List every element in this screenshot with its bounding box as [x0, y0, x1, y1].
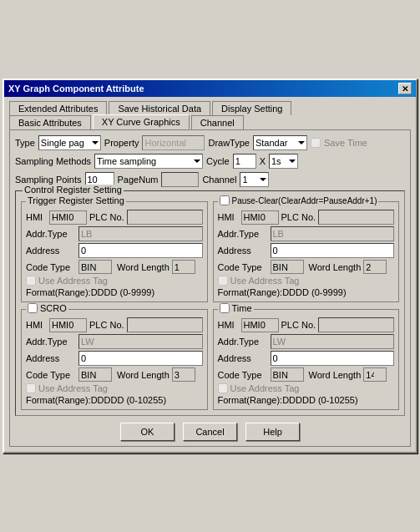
time-wordlength-select[interactable]: 14: [363, 367, 387, 382]
time-address-label: Address: [218, 353, 268, 363]
scro-wordlength-select[interactable]: 3: [172, 367, 195, 382]
time-format: Format(Range):DDDDD (0-10255): [218, 395, 395, 405]
sampling-methods-label: Sampling Methods: [15, 156, 91, 166]
scro-format: Format(Range):DDDDD (0-10255): [26, 395, 203, 405]
pause-hmi-select[interactable]: HMI0: [241, 210, 279, 225]
cycle-label: Cycle: [206, 156, 230, 166]
scro-addrtype-input[interactable]: [78, 334, 203, 349]
time-plc-input[interactable]: [318, 317, 394, 332]
scro-usetag-label: Use Address Tag: [38, 383, 108, 393]
scro-usetag-checkbox[interactable]: [26, 383, 36, 393]
pause-plc-input[interactable]: [318, 210, 394, 225]
trigger-codetype-row: Code Type BIN Word Length 1: [26, 260, 203, 274]
scro-legend-checkbox[interactable]: [28, 303, 38, 313]
time-codetype-label: Code Type: [218, 370, 268, 380]
scro-hmi-row: HMI HMI0 PLC No.: [26, 317, 203, 332]
pause-codetype-select[interactable]: BIN: [271, 260, 304, 274]
tab-save-historical[interactable]: Save Historical Data: [109, 101, 210, 115]
time-usetag-label: Use Address Tag: [230, 383, 300, 393]
time-addrtype-label: Addr.Type: [218, 337, 268, 347]
pagenum-label: PageNum: [118, 175, 159, 185]
scro-codetype-row: Code Type BIN Word Length 3: [26, 367, 203, 382]
scro-plc-label: PLC No.: [89, 320, 124, 330]
control-register-group: Control Register Setting Trigger Registe…: [15, 190, 405, 416]
trigger-address-input[interactable]: [78, 243, 203, 258]
pause-format: Format(Range):DDDD (0-9999): [218, 287, 395, 297]
time-usetag-row: Use Address Tag: [218, 383, 395, 393]
trigger-legend: Trigger Register Setting: [26, 195, 126, 205]
scro-plc-input[interactable]: [127, 317, 203, 332]
tab-display-setting[interactable]: Display Setting: [212, 101, 291, 115]
pause-usetag-checkbox[interactable]: [218, 276, 228, 286]
help-button[interactable]: Help: [245, 423, 300, 441]
time-addrtype-input[interactable]: [271, 334, 395, 349]
scro-usetag-row: Use Address Tag: [26, 383, 203, 393]
scro-hmi-label: HMI: [26, 320, 47, 330]
time-legend-checkbox[interactable]: [220, 303, 230, 313]
trigger-usetag-row: Use Address Tag: [26, 276, 203, 286]
tab-row-1: Extended Attributes Save Historical Data…: [9, 100, 411, 114]
trigger-box: Trigger Register Setting HMI HMI0 PLC No…: [21, 201, 208, 302]
pause-legend-checkbox[interactable]: [220, 195, 230, 205]
drawtype-select[interactable]: Standar: [253, 135, 307, 150]
ok-button[interactable]: OK: [120, 423, 175, 441]
time-usetag-checkbox[interactable]: [218, 383, 228, 393]
pause-codetype-row: Code Type BIN Word Length 2: [218, 260, 395, 274]
save-time-label: Save Time: [324, 138, 367, 148]
pause-plc-label: PLC No.: [281, 212, 316, 222]
tab-row-2: Basic Attributes XY Curve Graphics Chann…: [9, 114, 411, 129]
tab-xy-curve-graphics[interactable]: XY Curve Graphics: [93, 114, 190, 129]
trigger-plc-label: PLC No.: [89, 212, 124, 222]
trigger-wordlength-select[interactable]: 1: [172, 260, 195, 274]
trigger-addrtype-input[interactable]: [78, 226, 203, 241]
trigger-usetag-checkbox[interactable]: [26, 276, 36, 286]
pause-usetag-label: Use Address Tag: [230, 276, 300, 286]
time-plc-label: PLC No.: [281, 320, 316, 330]
trigger-hmi-row: HMI HMI0 PLC No.: [26, 210, 203, 225]
scro-addrtype-row: Addr.Type: [26, 334, 203, 349]
channel-label: Channel: [202, 175, 236, 185]
pause-hmi-row: HMI HMI0 PLC No.: [218, 210, 395, 225]
type-select[interactable]: Single pag: [38, 135, 101, 150]
tab-extended-attributes[interactable]: Extended Attributes: [9, 101, 107, 115]
trigger-hmi-select[interactable]: HMI0: [49, 210, 87, 225]
type-row: Type Single pag Property Horizontal Draw…: [15, 135, 405, 150]
scro-wordlength-label: Word Length: [117, 370, 170, 380]
close-button[interactable]: ✕: [398, 83, 412, 94]
drawtype-label: DrawType: [208, 138, 250, 148]
unit-select[interactable]: 1s: [269, 154, 298, 169]
pause-address-input[interactable]: [271, 243, 395, 258]
time-addrtype-row: Addr.Type: [218, 334, 395, 349]
scro-hmi-select[interactable]: HMI0: [49, 318, 87, 332]
scro-legend: SCRO: [26, 303, 68, 313]
scro-address-row: Address: [26, 351, 203, 366]
pause-addrtype-input[interactable]: [271, 226, 395, 241]
sampling-methods-select[interactable]: Time sampling: [94, 154, 203, 169]
trigger-codetype-select[interactable]: BIN: [78, 260, 112, 274]
trigger-format: Format(Range):DDDD (0-9999): [26, 287, 203, 297]
pause-box: Pause-Clear(ClearAddr=PauseAddr+1) HMI H…: [213, 201, 400, 302]
scro-address-input[interactable]: [78, 351, 203, 366]
time-address-row: Address: [218, 351, 395, 366]
property-select[interactable]: Horizontal: [142, 135, 205, 150]
button-row: OK Cancel Help: [15, 423, 405, 441]
channel-select[interactable]: 1: [240, 172, 269, 187]
trigger-plc-input[interactable]: [127, 210, 203, 225]
time-address-input[interactable]: [271, 351, 395, 366]
x-label: X: [260, 156, 266, 166]
pagenum-input[interactable]: [161, 172, 199, 187]
scro-addrtype-label: Addr.Type: [26, 337, 76, 347]
cancel-button[interactable]: Cancel: [183, 423, 237, 441]
time-codetype-select[interactable]: BIN: [271, 367, 304, 382]
tab-channel[interactable]: Channel: [191, 115, 244, 130]
scro-codetype-select[interactable]: BIN: [78, 367, 112, 382]
top-boxes: Trigger Register Setting HMI HMI0 PLC No…: [21, 201, 399, 302]
pause-codetype-label: Code Type: [218, 262, 268, 272]
pause-wordlength-select[interactable]: 2: [363, 260, 387, 274]
tab-basic-attributes[interactable]: Basic Attributes: [9, 115, 91, 130]
save-time-checkbox[interactable]: [311, 138, 321, 148]
trigger-wordlength-label: Word Length: [117, 262, 170, 272]
time-hmi-select[interactable]: HMI0: [241, 318, 279, 332]
type-label: Type: [15, 138, 35, 148]
cycle-input[interactable]: [233, 154, 256, 169]
